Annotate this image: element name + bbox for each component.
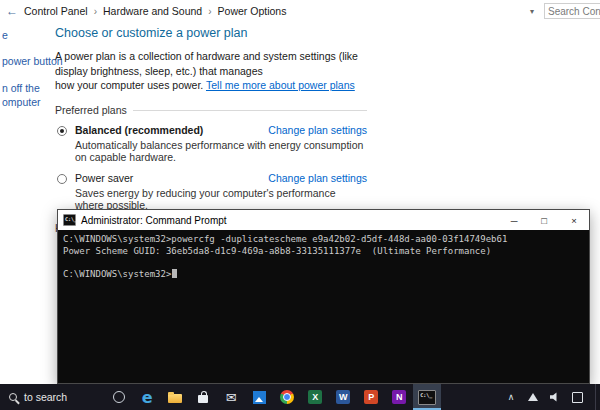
taskbar-cmd-button[interactable] (413, 384, 441, 410)
window-title: Administrator: Command Prompt (81, 215, 227, 226)
command-prompt-window: Administrator: Command Prompt ─ □ × C:\W… (57, 209, 590, 384)
minimize-button[interactable]: ─ (499, 210, 529, 230)
change-plan-settings-link-power-saver[interactable]: Change plan settings (268, 172, 367, 184)
action-center-icon[interactable] (571, 391, 583, 403)
taskbar-tray (505, 384, 595, 410)
breadcrumb-control-panel[interactable]: Control Panel (24, 5, 88, 17)
file-explorer-icon (166, 388, 184, 406)
text-cursor (172, 269, 177, 278)
onenote-icon (390, 388, 408, 406)
sidebar-item-turn-off-display[interactable]: n off the (2, 82, 40, 94)
cortana-icon (110, 388, 128, 406)
photos-icon (250, 388, 268, 406)
plan-description: Saves energy by reducing your computer's… (75, 187, 367, 211)
console-line: Power Scheme GUID: 36eb5da8-d1c9-469a-a8… (63, 246, 584, 258)
plan-description: Automatically balances performance with … (75, 139, 367, 163)
search-text: to search (24, 391, 67, 403)
maximize-button[interactable]: □ (529, 210, 559, 230)
console-prompt: C:\WINDOWS\system32> (63, 269, 584, 281)
radio-balanced[interactable] (57, 126, 67, 136)
taskbar-powerpoint-button[interactable] (357, 384, 385, 410)
window-controls: ─ □ × (499, 210, 589, 230)
taskbar-word-button[interactable] (329, 384, 357, 410)
sidebar-item-fragment[interactable]: e (2, 29, 8, 41)
taskbar-mail-button[interactable] (217, 384, 245, 410)
command-prompt-titlebar[interactable]: Administrator: Command Prompt ─ □ × (58, 210, 589, 230)
console-line: C:\WINDOWS\system32>powercfg -duplicates… (63, 234, 584, 246)
search-icon (9, 393, 17, 401)
taskbar-edge-button[interactable] (133, 384, 161, 410)
cmd-icon (418, 388, 436, 406)
divider (133, 110, 367, 111)
console-output[interactable]: C:\WINDOWS\system32>powercfg -duplicates… (58, 230, 589, 383)
plan-balanced: Balanced (recommended) Change plan setti… (55, 118, 367, 166)
excel-icon (306, 388, 324, 406)
breadcrumb-hardware-and-sound[interactable]: Hardware and Sound (103, 5, 202, 17)
taskbar-chrome-button[interactable] (273, 384, 301, 410)
network-icon[interactable] (527, 391, 539, 403)
sidebar-item-power-button[interactable]: power button (2, 55, 63, 67)
store-icon (194, 388, 212, 406)
volume-icon[interactable] (549, 391, 561, 403)
address-bar: ← Control Panel › Hardware and Sound › P… (0, 0, 600, 22)
tell-me-more-link[interactable]: Tell me more about power plans (206, 79, 355, 91)
preferred-plans-header: Preferred plans (55, 104, 367, 116)
cmd-icon (63, 214, 76, 226)
edge-icon (138, 388, 156, 406)
taskbar-photos-button[interactable] (245, 384, 273, 410)
search-input[interactable] (544, 3, 600, 19)
taskbar-file-explorer-button[interactable] (161, 384, 189, 410)
taskbar-onenote-button[interactable] (385, 384, 413, 410)
sidebar-item-computer-sleeps[interactable]: omputer (2, 96, 41, 108)
word-icon (334, 388, 352, 406)
taskbar-search[interactable]: to search (0, 384, 77, 410)
taskbar-cortana-button[interactable] (105, 384, 133, 410)
breadcrumb-separator-icon: › (94, 6, 97, 17)
back-icon[interactable]: ← (6, 4, 18, 18)
show-desktop-button[interactable] (595, 384, 600, 410)
taskbar-excel-button[interactable] (301, 384, 329, 410)
breadcrumb-power-options[interactable]: Power Options (218, 5, 287, 17)
preferred-plans-label: Preferred plans (55, 104, 127, 116)
chevron-down-icon[interactable]: ▾ (526, 7, 538, 16)
breadcrumb-separator-icon: › (208, 6, 211, 17)
console-line (63, 257, 584, 269)
radio-power-saver[interactable] (57, 174, 67, 184)
chrome-icon (278, 388, 296, 406)
change-plan-settings-link-balanced[interactable]: Change plan settings (268, 124, 367, 136)
desktop: { "topbar": { "back_icon": "←", "separat… (0, 0, 600, 410)
plan-power-saver: Power saver Change plan settings Saves e… (55, 166, 367, 214)
taskbar: to search (0, 384, 600, 410)
close-button[interactable]: × (559, 210, 589, 230)
intro-line-2: how your computer uses power. (55, 79, 206, 91)
chevron-up-icon[interactable] (505, 391, 517, 403)
taskbar-store-button[interactable] (189, 384, 217, 410)
page-title: Choose or customize a power plan (55, 26, 367, 40)
intro-text: A power plan is a collection of hardware… (55, 49, 367, 93)
taskbar-apps (105, 384, 441, 410)
mail-icon (222, 388, 240, 406)
powerpoint-icon (362, 388, 380, 406)
intro-line-1: A power plan is a collection of hardware… (55, 50, 358, 77)
